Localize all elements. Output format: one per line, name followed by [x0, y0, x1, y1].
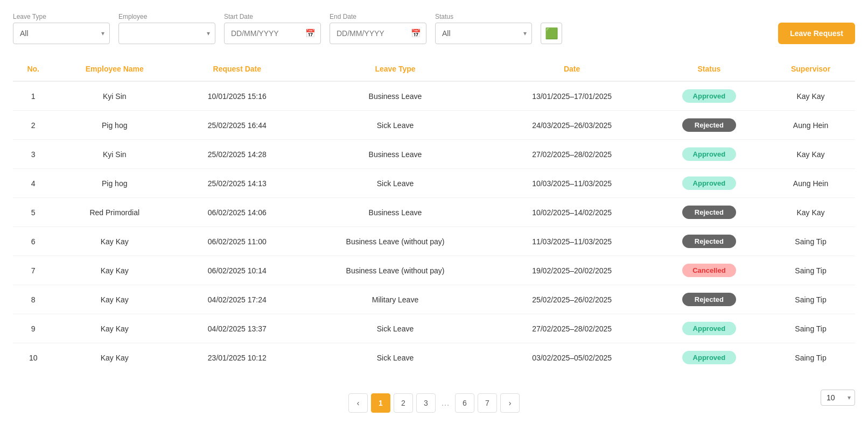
- cell-employee: Kyi Sin: [53, 81, 176, 111]
- status-select-wrap: All Approved Rejected Cancelled: [435, 23, 532, 44]
- cell-employee: Pig hog: [53, 169, 176, 198]
- cell-date: 10/02/2025–14/02/2025: [492, 198, 652, 227]
- table-row: 7 Kay Kay 06/02/2025 10:14 Business Leav…: [13, 256, 855, 285]
- cell-no: 1: [13, 81, 53, 111]
- cell-request-date: 25/02/2025 14:28: [176, 140, 298, 169]
- cell-request-date: 06/02/2025 10:14: [176, 256, 298, 285]
- leave-type-filter: Leave Type All Business Leave Sick Leave…: [13, 13, 110, 44]
- cell-date: 10/03/2025–11/03/2025: [492, 169, 652, 198]
- cell-supervisor: Aung Hein: [766, 111, 855, 140]
- bottom-row: ‹ 1 2 3 … 6 7 › 10 20 50 100: [13, 377, 855, 418]
- pagination: ‹ 1 2 3 … 6 7 ›: [348, 393, 520, 413]
- col-request-date: Request Date: [176, 57, 298, 81]
- cell-no: 7: [13, 256, 53, 285]
- cell-supervisor: Kay Kay: [766, 140, 855, 169]
- table-row: 5 Red Primordial 06/02/2025 14:06 Busine…: [13, 198, 855, 227]
- status-badge: Rejected: [682, 293, 736, 306]
- col-date: Date: [492, 57, 652, 81]
- cell-supervisor: Saing Tip: [766, 314, 855, 343]
- status-badge: Rejected: [682, 118, 736, 132]
- start-date-input[interactable]: [224, 23, 321, 44]
- employee-filter: Employee: [118, 13, 215, 44]
- col-leave-type: Leave Type: [298, 57, 492, 81]
- col-status: Status: [652, 57, 766, 81]
- cell-leave-type: Sick Leave: [298, 111, 492, 140]
- cell-leave-type: Military Leave: [298, 285, 492, 314]
- start-date-wrap: 📅: [224, 23, 321, 44]
- cell-request-date: 04/02/2025 17:24: [176, 285, 298, 314]
- table-row: 4 Pig hog 25/02/2025 14:13 Sick Leave 10…: [13, 169, 855, 198]
- status-badge: Approved: [682, 322, 736, 335]
- excel-icon: 🟩: [545, 27, 558, 40]
- table-row: 6 Kay Kay 06/02/2025 11:00 Business Leav…: [13, 227, 855, 256]
- leave-type-select-wrap: All Business Leave Sick Leave Business L…: [13, 23, 110, 44]
- leave-request-button[interactable]: Leave Request: [778, 23, 855, 44]
- cell-leave-type: Business Leave: [298, 198, 492, 227]
- cell-employee: Kay Kay: [53, 343, 176, 372]
- excel-export-button[interactable]: 🟩: [541, 23, 562, 44]
- cell-date: 24/03/2025–26/03/2025: [492, 111, 652, 140]
- table-row: 10 Kay Kay 23/01/2025 10:12 Sick Leave 0…: [13, 343, 855, 372]
- cell-supervisor: Saing Tip: [766, 227, 855, 256]
- cell-status: Cancelled: [652, 256, 766, 285]
- cell-date: 27/02/2025–28/02/2025: [492, 314, 652, 343]
- cell-employee: Kay Kay: [53, 227, 176, 256]
- cell-date: 25/02/2025–26/02/2025: [492, 285, 652, 314]
- next-page-button[interactable]: ›: [500, 393, 520, 413]
- status-select[interactable]: All Approved Rejected Cancelled: [435, 23, 532, 44]
- per-page-select[interactable]: 10 20 50 100: [821, 390, 855, 406]
- cell-employee: Kay Kay: [53, 285, 176, 314]
- cell-supervisor: Aung Hein: [766, 169, 855, 198]
- cell-supervisor: Kay Kay: [766, 81, 855, 111]
- cell-date: 03/02/2025–05/02/2025: [492, 343, 652, 372]
- cell-request-date: 10/01/2025 15:16: [176, 81, 298, 111]
- employee-select[interactable]: [118, 23, 215, 44]
- cell-no: 5: [13, 198, 53, 227]
- status-badge: Cancelled: [682, 264, 736, 277]
- end-date-input[interactable]: [330, 23, 426, 44]
- status-badge: Approved: [682, 351, 736, 364]
- leave-type-select[interactable]: All Business Leave Sick Leave Business L…: [13, 23, 110, 44]
- cell-leave-type: Sick Leave: [298, 169, 492, 198]
- cell-employee: Red Primordial: [53, 198, 176, 227]
- cell-employee: Kay Kay: [53, 256, 176, 285]
- status-filter: Status All Approved Rejected Cancelled: [435, 13, 532, 44]
- cell-request-date: 06/02/2025 11:00: [176, 227, 298, 256]
- cell-no: 9: [13, 314, 53, 343]
- end-date-filter: End Date 📅: [330, 13, 426, 44]
- cell-supervisor: Saing Tip: [766, 256, 855, 285]
- table-row: 1 Kyi Sin 10/01/2025 15:16 Business Leav…: [13, 81, 855, 111]
- table-row: 8 Kay Kay 04/02/2025 17:24 Military Leav…: [13, 285, 855, 314]
- cell-date: 13/01/2025–17/01/2025: [492, 81, 652, 111]
- table-row: 9 Kay Kay 04/02/2025 13:37 Sick Leave 27…: [13, 314, 855, 343]
- table-header-row: No. Employee Name Request Date Leave Typ…: [13, 57, 855, 81]
- cell-date: 11/03/2025–11/03/2025: [492, 227, 652, 256]
- cell-no: 4: [13, 169, 53, 198]
- cell-leave-type: Sick Leave: [298, 343, 492, 372]
- cell-leave-type: Business Leave: [298, 81, 492, 111]
- cell-request-date: 25/02/2025 16:44: [176, 111, 298, 140]
- page-1-button[interactable]: 1: [371, 393, 390, 413]
- end-date-label: End Date: [330, 13, 426, 20]
- col-no: No.: [13, 57, 53, 81]
- cell-status: Approved: [652, 81, 766, 111]
- cell-no: 3: [13, 140, 53, 169]
- status-badge: Rejected: [682, 235, 736, 248]
- cell-leave-type: Business Leave (without pay): [298, 227, 492, 256]
- cell-status: Rejected: [652, 227, 766, 256]
- start-date-label: Start Date: [224, 13, 321, 20]
- page-2-button[interactable]: 2: [394, 393, 413, 413]
- cell-status: Rejected: [652, 198, 766, 227]
- page-7-button[interactable]: 7: [478, 393, 497, 413]
- cell-request-date: 23/01/2025 10:12: [176, 343, 298, 372]
- cell-no: 10: [13, 343, 53, 372]
- cell-employee: Pig hog: [53, 111, 176, 140]
- page-6-button[interactable]: 6: [455, 393, 474, 413]
- status-badge: Approved: [682, 176, 736, 190]
- cell-status: Approved: [652, 314, 766, 343]
- cell-supervisor: Saing Tip: [766, 285, 855, 314]
- cell-status: Approved: [652, 169, 766, 198]
- status-label: Status: [435, 13, 532, 20]
- page-3-button[interactable]: 3: [416, 393, 436, 413]
- prev-page-button[interactable]: ‹: [348, 393, 368, 413]
